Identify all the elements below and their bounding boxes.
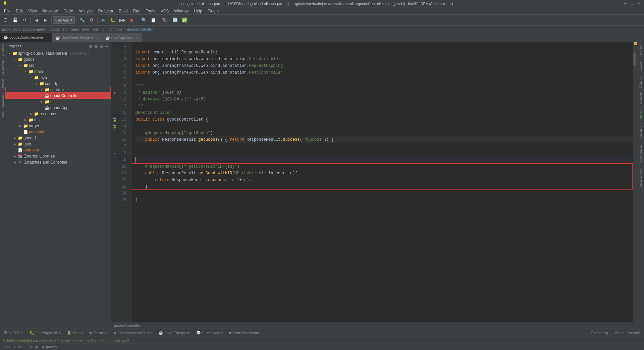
menu-analyze[interactable]: Analyze [76, 8, 96, 14]
bottom-tab-messages[interactable]: 💬 0: Messages [194, 329, 226, 337]
breadcrumb-com[interactable]: com [92, 27, 99, 31]
bottom-tab-rundashboard[interactable]: ▶ Run Dashboard [227, 329, 262, 337]
breadcrumb-main[interactable]: main [71, 27, 79, 31]
right-panel-art-build[interactable]: Art Build [637, 42, 644, 59]
right-panel-restservices[interactable]: RestServices [637, 142, 644, 166]
tree-item-goods1[interactable]: ▶ 📁 goods1 [5, 135, 111, 141]
toolbar-sync-btn[interactable]: ↺ [20, 16, 29, 25]
panel-minimize-btn[interactable]: ─ [105, 44, 109, 49]
menu-plugin[interactable]: Plugin [205, 8, 221, 14]
sidebar-label-jrebel[interactable]: JRebel [0, 77, 5, 91]
tree-item-resources[interactable]: ▶ 📁 resources [5, 111, 111, 117]
toolbar-run-btn[interactable]: ▶ [99, 16, 108, 25]
menu-window[interactable]: Window [171, 8, 191, 14]
bottom-tab-javaenterprise[interactable]: ☕ Java Enterprise [156, 329, 193, 337]
tree-item-external-libs[interactable]: ▶ 📚 External Libraries [5, 153, 111, 159]
panel-add-btn[interactable]: ⊕ [88, 44, 93, 49]
menu-build[interactable]: Build [116, 8, 130, 14]
tab-close-icon[interactable]: ✕ [96, 36, 98, 40]
tree-item-root[interactable]: ▾ 📁 spring-cloud-alibaba-parent H:\CSDN\… [5, 50, 111, 56]
tree-item-controller[interactable]: ▾ 📁 controller [5, 87, 111, 93]
scrollbar-thumb[interactable] [633, 52, 636, 66]
toolbar-extra-btn[interactable]: ✅ [180, 16, 189, 25]
bottom-tab-findbugs[interactable]: 🐛 FindBugs-IDEA [27, 329, 64, 337]
toolbar-stop-btn[interactable]: ⏹ [128, 16, 137, 25]
right-panel-maven[interactable]: Maven [637, 59, 644, 74]
breadcrumb-project[interactable]: spring-cloud-alibaba-parent [1, 27, 46, 31]
breadcrumb-goods[interactable]: goods [50, 27, 60, 31]
breadcrumb-src[interactable]: src [63, 27, 68, 31]
menu-run[interactable]: Run [130, 8, 143, 14]
run-config-dropdown[interactable]: userApp ▾ [53, 16, 75, 24]
maximize-button[interactable]: □ [629, 1, 635, 6]
tree-item-src[interactable]: ▾ 📁 src [5, 62, 111, 69]
breadcrumb-dj[interactable]: dj [102, 27, 105, 31]
tab-close-icon[interactable]: ✕ [136, 36, 138, 40]
tree-item-java[interactable]: ▾ 📁 java [5, 75, 111, 81]
tree-item-goods[interactable]: ▾ 📁 goods [5, 56, 111, 62]
tree-item-com-dj[interactable]: ▾ 📁 com.dj [5, 81, 111, 87]
tab-close-icon[interactable]: ✕ [46, 36, 48, 39]
bottom-tab-terminal[interactable]: ▶ Terminal [87, 329, 110, 337]
menu-tools[interactable]: Tools [143, 8, 158, 14]
menu-navigate[interactable]: Navigate [40, 8, 61, 14]
bottom-tab-spring[interactable]: 🍃 Spring [64, 329, 86, 337]
toolbar-forward-btn[interactable]: ▶ [41, 16, 50, 25]
toolbar-debug-btn[interactable]: 🐛 [108, 16, 117, 25]
breadcrumb-java[interactable]: java [82, 27, 89, 31]
menu-code[interactable]: Code [61, 8, 76, 14]
menu-vcs[interactable]: VCS [158, 8, 172, 14]
sidebar-label-favorites[interactable]: 2:Favorites [0, 58, 5, 78]
bottom-tab-jrebelconsole[interactable]: JRebel Console [611, 329, 643, 337]
right-panel-aicoder[interactable]: AiCoder [637, 107, 644, 124]
toolbar-jrebel-btn[interactable]: 🔄 [171, 16, 179, 25]
tree-item-pom1[interactable]: 📄 pom.xml [5, 129, 111, 135]
bottom-tab-eventlog[interactable]: Event Log [589, 329, 611, 337]
tree-item-test[interactable]: ▶ 📁 test [5, 117, 111, 123]
toolbar-back-btn[interactable]: ◀ [32, 16, 41, 25]
tree-item-target[interactable]: ▶ 📁 target [5, 123, 111, 129]
toolbar-tail-btn[interactable]: Tail [161, 16, 170, 25]
tab-usercontroller[interactable]: ☕ UserController.java ✕ [52, 33, 102, 42]
bottom-tab-todo[interactable]: ☰ 6: TODO [1, 329, 26, 337]
toolbar-run-coverage-btn[interactable]: ▶▶ [118, 16, 127, 25]
toolbar-search-btn[interactable]: 🔍 [140, 16, 148, 25]
status-encoding[interactable]: UTF-8 [28, 345, 38, 349]
close-button[interactable]: ✕ [636, 1, 641, 6]
toolbar-menu-icon[interactable]: ☰ [1, 16, 10, 25]
sidebar-label-project[interactable]: 1:Project [0, 42, 5, 58]
right-panel-promoter[interactable]: Friendly Promoter X [637, 74, 644, 107]
tree-item-pom-root[interactable]: 📄 pom.xml [5, 147, 111, 153]
status-crlf[interactable]: CRLF [14, 345, 23, 349]
sidebar-label-web[interactable]: Web [0, 110, 5, 120]
tree-item-user[interactable]: ▶ 📁 user [5, 141, 111, 147]
panel-sort-btn[interactable]: ⇅ [94, 44, 98, 49]
minimize-button[interactable]: ─ [623, 1, 628, 6]
breadcrumb-file[interactable]: goodsController [127, 27, 153, 31]
toolbar-settings-btn[interactable]: ⚙ [87, 16, 96, 25]
breadcrumb-controller[interactable]: controller [109, 27, 124, 31]
tab-goodscontroller[interactable]: ☕ goodsController.java ✕ [0, 33, 52, 42]
tree-item-goodsapp[interactable]: ☕ goodsApp [5, 105, 111, 111]
tree-item-goodscontroller[interactable]: ☕ goodsController [5, 93, 111, 99]
menu-view[interactable]: View [25, 8, 40, 14]
status-indent[interactable]: 4 spaces [42, 345, 57, 349]
menu-edit[interactable]: Edit [13, 8, 25, 14]
code-area[interactable]: import com.dj.util.ResponseResult; impor… [131, 42, 633, 322]
bottom-tab-consolemaven[interactable]: ▶ ConsoleMavenPlugin [111, 329, 155, 337]
tab-userapp[interactable]: ☕ userApp.java ✕ [102, 33, 142, 42]
editor-scrollbar[interactable] [633, 42, 637, 322]
right-panel-database[interactable]: Database [637, 124, 644, 142]
menu-help[interactable]: Help [191, 8, 205, 14]
menu-file[interactable]: File [1, 8, 13, 14]
tree-item-util[interactable]: ▶ 📁 util [5, 99, 111, 105]
toolbar-vcs-btn[interactable]: 📋 [149, 16, 158, 25]
tree-item-scratches[interactable]: ▶ ✏ Scratches and Consoles [5, 159, 111, 165]
toolbar-save-btn[interactable]: 💾 [11, 16, 19, 25]
panel-settings-btn[interactable]: ⚙ [99, 44, 104, 49]
right-panel-validation[interactable]: Bean Validation [637, 166, 644, 192]
menu-refactor[interactable]: Refactor [96, 8, 116, 14]
tree-item-main[interactable]: ▾ 📁 main [5, 69, 111, 75]
sidebar-label-structure[interactable]: 3:Structure [0, 91, 5, 110]
toolbar-rebuild-btn[interactable]: 🔧 [78, 16, 87, 25]
